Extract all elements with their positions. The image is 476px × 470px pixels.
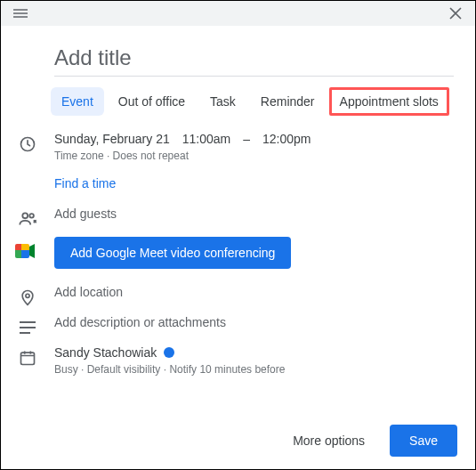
datetime-subtext[interactable]: Time zone · Does not repeat bbox=[54, 150, 454, 162]
calendar-owner[interactable]: Sandy Stachowiak bbox=[54, 345, 157, 360]
location-icon bbox=[17, 287, 38, 308]
tab-reminder[interactable]: Reminder bbox=[250, 87, 326, 116]
drag-handle-icon[interactable] bbox=[10, 3, 31, 24]
calendar-icon bbox=[17, 347, 38, 369]
add-description-field[interactable]: Add description or attachments bbox=[54, 315, 226, 329]
topbar bbox=[1, 1, 475, 26]
footer-actions: More options Save bbox=[282, 425, 457, 457]
clock-icon bbox=[17, 134, 38, 155]
more-options-button[interactable]: More options bbox=[282, 426, 375, 455]
svg-point-4 bbox=[26, 294, 29, 297]
google-meet-icon bbox=[15, 242, 36, 260]
tab-out-of-office[interactable]: Out of office bbox=[108, 87, 196, 116]
find-a-time-link[interactable]: Find a time bbox=[54, 176, 116, 190]
event-end-time[interactable]: 12:00pm bbox=[262, 132, 311, 146]
save-button[interactable]: Save bbox=[390, 425, 457, 457]
svg-point-2 bbox=[29, 214, 34, 218]
title-input[interactable] bbox=[54, 40, 454, 77]
event-date[interactable]: Sunday, February 21 bbox=[54, 132, 170, 146]
datetime-row[interactable]: Sunday, February 21 11:00am – 12:00pm bbox=[54, 132, 454, 146]
svg-point-1 bbox=[22, 213, 28, 218]
event-start-time[interactable]: 11:00am bbox=[182, 132, 230, 146]
svg-rect-5 bbox=[21, 352, 35, 364]
add-location-field[interactable]: Add location bbox=[54, 285, 123, 299]
close-icon[interactable] bbox=[445, 3, 466, 24]
tab-appointment-slots[interactable]: Appointment slots bbox=[329, 87, 449, 116]
tab-event[interactable]: Event bbox=[51, 87, 104, 116]
event-type-tabs: Event Out of office Task Reminder Appoin… bbox=[51, 87, 454, 116]
tab-task[interactable]: Task bbox=[199, 87, 246, 116]
add-guests-field[interactable]: Add guests bbox=[54, 207, 117, 221]
calendar-color-dot[interactable] bbox=[164, 347, 174, 358]
description-icon bbox=[17, 317, 38, 338]
time-separator: – bbox=[243, 132, 250, 146]
people-icon bbox=[17, 208, 38, 230]
add-google-meet-button[interactable]: Add Google Meet video conferencing bbox=[54, 237, 291, 269]
calendar-subtext[interactable]: Busy · Default visibility · Notify 10 mi… bbox=[54, 363, 454, 376]
